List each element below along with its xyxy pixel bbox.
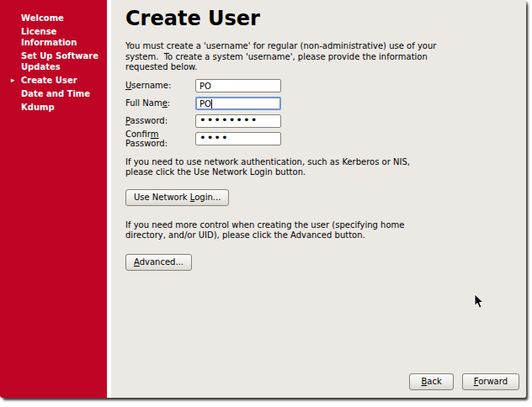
text-caret xyxy=(211,99,212,108)
page-title: Create User xyxy=(125,7,526,30)
intro-line: You must create a 'username' for regular… xyxy=(125,41,526,52)
full-name-row: Full Name: PO xyxy=(125,97,526,110)
forward-button[interactable]: Forward xyxy=(462,373,519,390)
network-auth-line: If you need to use network authenticatio… xyxy=(125,157,526,168)
confirm-password-input[interactable]: •••• xyxy=(195,132,281,145)
sidebar-item-software-updates: Set Up Software Updates xyxy=(0,50,107,72)
advanced-line: If you need more control when creating t… xyxy=(125,220,526,231)
username-label: Username: xyxy=(125,81,195,90)
sidebar-item-label: Updates xyxy=(21,61,103,72)
password-input[interactable]: •••••••• xyxy=(195,114,281,128)
sidebar-item-label: License xyxy=(21,26,103,37)
full-name-label: Full Name: xyxy=(125,98,195,108)
intro-line: system. To create a system 'username', p… xyxy=(125,52,526,63)
sidebar-item-license-information: License Information xyxy=(0,26,107,48)
sidebar-item-create-user: ▸ Create User xyxy=(0,75,107,86)
confirm-password-value: •••• xyxy=(200,135,229,141)
confirm-password-label: Confirm Password: xyxy=(125,130,195,148)
intro-line: requested below. xyxy=(125,62,526,73)
advanced-button[interactable]: Advanced... xyxy=(125,254,192,271)
network-auth-text: If you need to use network authenticatio… xyxy=(125,157,526,178)
firstboot-window: Welcome License Information Set Up Softw… xyxy=(0,0,526,398)
sidebar-item-label: Welcome xyxy=(21,13,64,23)
full-name-value: PO xyxy=(200,99,211,108)
confirm-password-row: Confirm Password: •••• xyxy=(125,132,526,145)
password-value: •••••••• xyxy=(200,117,258,124)
username-row: Username: PO xyxy=(125,79,526,92)
full-name-input[interactable]: PO xyxy=(195,97,281,110)
create-user-form: Username: PO Full Name: PO Password: •••… xyxy=(125,79,526,145)
username-value: PO xyxy=(200,82,211,91)
sidebar-item-date-and-time: Date and Time xyxy=(0,88,107,99)
sidebar-item-label: Information xyxy=(21,37,103,48)
sidebar-item-label: Create User xyxy=(21,76,77,85)
back-button[interactable]: Back xyxy=(409,373,453,390)
use-network-login-button[interactable]: Use Network Login... xyxy=(125,189,229,206)
sidebar-item-label: Kdump xyxy=(21,103,55,112)
active-step-marker-icon: ▸ xyxy=(11,76,15,85)
sidebar-item-label: Date and Time xyxy=(21,89,90,98)
step-sidebar: Welcome License Information Set Up Softw… xyxy=(0,0,111,398)
advanced-line: directory, and/or UID), please click the… xyxy=(125,230,526,241)
advanced-text: If you need more control when creating t… xyxy=(125,220,526,241)
sidebar-item-kdump: Kdump xyxy=(0,102,107,113)
intro-text: You must create a 'username' for regular… xyxy=(125,41,526,73)
password-label: Password: xyxy=(125,116,195,125)
sidebar-item-label: Set Up Software xyxy=(21,50,103,61)
network-auth-line: please click the Use Network Login butto… xyxy=(125,167,526,178)
main-panel: Create User You must create a 'username'… xyxy=(111,0,526,398)
password-row: Password: •••••••• xyxy=(125,114,526,128)
wizard-nav-buttons: Back Forward xyxy=(409,373,519,390)
username-input[interactable]: PO xyxy=(195,79,281,92)
sidebar-item-welcome: Welcome xyxy=(0,13,107,24)
